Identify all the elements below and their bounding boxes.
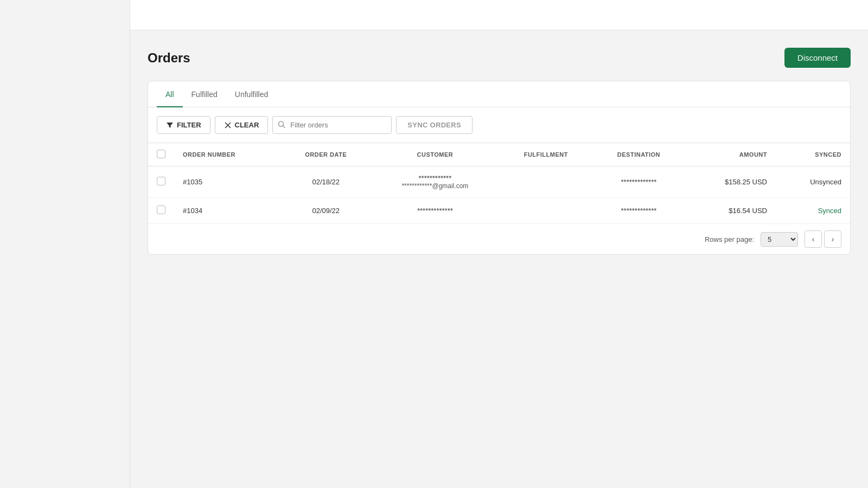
header-amount: AMOUNT xyxy=(685,143,776,166)
synced-cell: Synced xyxy=(776,198,850,224)
customer-email: ************@gmail.com xyxy=(380,182,490,190)
chevron-right-icon: › xyxy=(832,235,834,243)
customer-masked: ************ xyxy=(380,174,490,182)
sidebar xyxy=(0,0,130,272)
destination-cell: ************* xyxy=(593,198,685,224)
search-wrapper xyxy=(272,116,392,134)
table-header-row: ORDER NUMBER ORDER DATE CUSTOMER FULFILL… xyxy=(148,143,850,166)
orders-table: ORDER NUMBER ORDER DATE CUSTOMER FULFILL… xyxy=(148,143,850,223)
amount-cell: $16.54 USD xyxy=(685,198,776,224)
fulfillment-cell xyxy=(499,198,593,224)
header-checkbox-col xyxy=(148,143,174,166)
header-fulfillment: FULFILLMENT xyxy=(499,143,593,166)
order-number-cell: #1034 xyxy=(174,198,281,224)
rows-per-page-label: Rows per page: xyxy=(705,235,754,243)
customer-cell: ************************@gmail.com xyxy=(371,166,499,198)
table-body: #103502/18/22************************@gm… xyxy=(148,166,850,224)
fulfillment-cell xyxy=(499,166,593,198)
synced-cell: Unsynced xyxy=(776,166,850,198)
table-row: #103402/09/22**************************$… xyxy=(148,198,850,224)
disconnect-button[interactable]: Disconnect xyxy=(784,48,851,68)
page-container: Orders Disconnect All Fulfilled Unfulfil… xyxy=(130,30,868,272)
page-nav-group: ‹ › xyxy=(805,230,841,248)
customer-cell: ************* xyxy=(371,198,499,224)
filter-button[interactable]: FILTER xyxy=(157,116,210,134)
svg-line-1 xyxy=(283,126,285,128)
pagination-row: Rows per page: 5 10 25 50 ‹ › xyxy=(148,223,850,254)
search-icon xyxy=(278,120,285,130)
destination-cell: ************* xyxy=(593,166,685,198)
tab-all[interactable]: All xyxy=(157,81,183,107)
page-header: Orders Disconnect xyxy=(148,48,851,68)
amount-cell: $158.25 USD xyxy=(685,166,776,198)
clear-icon xyxy=(224,121,232,129)
order-date-cell: 02/18/22 xyxy=(281,166,371,198)
row-checkbox[interactable] xyxy=(157,206,165,214)
sync-orders-button[interactable]: SYNC ORDERS xyxy=(396,116,473,134)
order-date-cell: 02/09/22 xyxy=(281,198,371,224)
page-prev-button[interactable]: ‹ xyxy=(805,230,822,248)
order-number-cell: #1035 xyxy=(174,166,281,198)
top-bar xyxy=(130,0,868,30)
tab-unfulfilled[interactable]: Unfulfilled xyxy=(226,81,277,107)
rows-per-page-select[interactable]: 5 10 25 50 xyxy=(761,232,798,247)
page-next-button[interactable]: › xyxy=(824,230,841,248)
tab-fulfilled[interactable]: Fulfilled xyxy=(183,81,226,107)
orders-card: All Fulfilled Unfulfilled FILTER xyxy=(148,81,851,255)
filter-icon xyxy=(166,121,174,129)
header-order-date: ORDER DATE xyxy=(281,143,371,166)
header-customer: CUSTOMER xyxy=(371,143,499,166)
customer-masked: ************* xyxy=(380,207,490,215)
header-order-number: ORDER NUMBER xyxy=(174,143,281,166)
toolbar: FILTER CLEAR xyxy=(148,107,850,143)
search-input[interactable] xyxy=(272,116,392,134)
select-all-checkbox[interactable] xyxy=(157,150,165,158)
table-row: #103502/18/22************************@gm… xyxy=(148,166,850,198)
header-synced: SYNCED xyxy=(776,143,850,166)
tabs-container: All Fulfilled Unfulfilled xyxy=(148,81,850,107)
main-content: Orders Disconnect All Fulfilled Unfulfil… xyxy=(130,0,868,272)
chevron-left-icon: ‹ xyxy=(812,235,815,243)
header-destination: DESTINATION xyxy=(593,143,685,166)
clear-button[interactable]: CLEAR xyxy=(215,116,269,134)
row-checkbox[interactable] xyxy=(157,177,165,185)
page-title: Orders xyxy=(148,50,190,66)
